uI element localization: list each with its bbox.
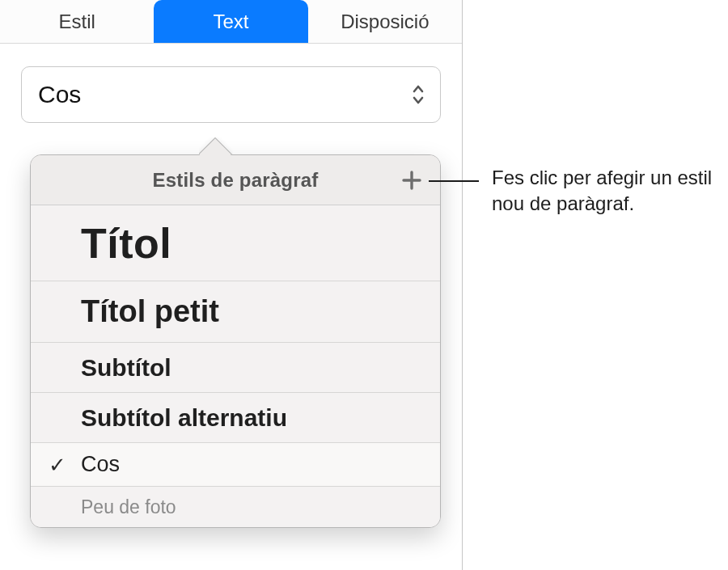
add-paragraph-style-button[interactable] <box>398 167 425 194</box>
paragraph-style-list: Títol Títol petit Subtítol Subtítol alte… <box>31 205 440 527</box>
tab-style[interactable]: Estil <box>0 0 154 43</box>
popover-header: Estils de paràgraf <box>31 155 440 205</box>
tab-layout-label: Disposició <box>341 11 429 33</box>
paragraph-style-current: Cos <box>38 81 81 108</box>
chevron-up-down-icon <box>411 84 425 105</box>
callout-text: Fes clic per afegir un estil nou de parà… <box>492 165 718 217</box>
style-item-label: Peu de foto <box>81 496 176 518</box>
paragraph-styles-popover: Estils de paràgraf Títol Títol petit Sub… <box>30 154 441 528</box>
paragraph-style-dropdown[interactable]: Cos <box>21 66 441 123</box>
inspector-panel: Estil Text Disposició Cos Estils de parà… <box>0 0 463 570</box>
popover-title: Estils de paràgraf <box>152 169 318 192</box>
callout-leader-line <box>429 180 479 182</box>
panel-body: Cos <box>0 44 462 123</box>
tab-style-label: Estil <box>58 11 95 33</box>
popover-arrow <box>199 137 233 155</box>
tab-text[interactable]: Text <box>154 0 307 43</box>
inspector-tabs: Estil Text Disposició <box>0 0 462 44</box>
style-item-subtitol-alternatiu[interactable]: Subtítol alternatiu <box>31 393 440 443</box>
style-item-peu-de-foto[interactable]: Peu de foto <box>31 487 440 527</box>
style-item-label: Títol petit <box>81 294 219 329</box>
plus-icon <box>401 170 422 191</box>
tab-layout[interactable]: Disposició <box>308 0 462 43</box>
style-item-subtitol[interactable]: Subtítol <box>31 343 440 393</box>
style-item-titol[interactable]: Títol <box>31 205 440 281</box>
style-item-label: Títol <box>81 219 171 268</box>
style-item-label: Subtítol alternatiu <box>81 404 287 432</box>
tab-text-label: Text <box>213 11 248 33</box>
style-item-label: Cos <box>81 452 120 477</box>
style-item-cos[interactable]: ✓ Cos <box>31 443 440 487</box>
check-icon: ✓ <box>49 452 66 477</box>
style-item-titol-petit[interactable]: Títol petit <box>31 281 440 343</box>
style-item-label: Subtítol <box>81 354 171 382</box>
